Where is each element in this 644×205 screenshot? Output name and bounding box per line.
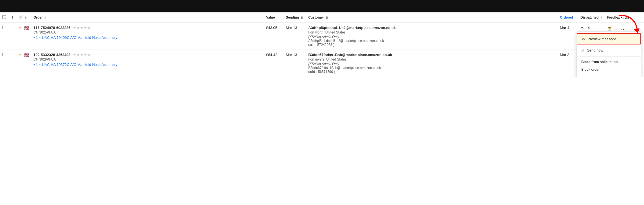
select-all-checkbox[interactable]: [2, 15, 6, 19]
preview-message-label: Preview message: [587, 37, 616, 41]
row2-value: $84.42: [264, 50, 283, 77]
row2-dots-cell: [8, 50, 17, 77]
row2-sending-text: Mar 13: [286, 53, 297, 57]
order-header-label: Order: [33, 15, 43, 19]
preview-message-item[interactable]: ✉ Preview message: [577, 33, 641, 44]
row2-icon-cell: a 🇺🇸: [17, 50, 31, 77]
dispatched-header-label: Dispatched: [580, 15, 599, 19]
block-customer-item[interactable]: Block customer: [577, 74, 641, 77]
dots-header: ⋮: [8, 12, 17, 23]
dots-icon: ⋮: [10, 15, 14, 20]
row1-item-link[interactable]: 1 × UAC HA 10409C A/C Manifold Hose Asse…: [36, 35, 117, 40]
row2-customer-soid: soid : 56571590 ): [308, 70, 555, 74]
row1-icon-cell: a 🇺🇸: [17, 23, 31, 50]
row2-value-text: $84.42: [266, 53, 277, 57]
row2-customer-location: Fort myers, United States: [308, 57, 555, 61]
row2-soid-label: soid: [308, 70, 315, 74]
row1-customer-soid: soid : 57242963 ): [308, 43, 555, 47]
table-row: a 🇺🇸 116-7524976-6033826 ★ ★ ★ ★ ★: [0, 23, 644, 50]
row2-ordered-text: Mar 3: [560, 53, 569, 57]
flag-icon: 🇺🇸: [24, 26, 29, 30]
row1-feedback-cell: ⏳ ⋯ ✉ Preview message ✈ Send now: [605, 23, 644, 50]
envelope-icon: ✉: [582, 37, 585, 41]
row2-ordered: Mar 3: [558, 50, 578, 77]
sending-sort[interactable]: ⇅: [301, 16, 303, 19]
customer-sort[interactable]: ⇅: [326, 16, 328, 19]
table-row: a 🇺🇸 102-5332328-4363403 ★ ★ ★ ★ ★: [0, 50, 644, 77]
row1-value: $43.05: [264, 23, 283, 50]
row2-checkbox[interactable]: [2, 53, 6, 56]
row1-sending-text: Mar 13: [286, 26, 297, 30]
feedback-rule-header: Feedback rule: [605, 12, 644, 23]
top-bar: [0, 0, 644, 12]
flag-icon: 🇺🇸: [24, 53, 29, 57]
row1-customer: A3dfhpi6pfsdspi1Us2@marketplace.amazon.c…: [306, 23, 558, 50]
icon-sort[interactable]: ⇅: [24, 16, 27, 19]
send-now-label: Send now: [587, 48, 603, 52]
orders-table-container: ⋮ 🛒 ⇅ Order ⇅ Value Sending ⇅: [0, 12, 644, 77]
row2-stars: ★ ★ ★ ★ ★: [73, 53, 91, 57]
feedback-rule-header-label: Feedback rule: [607, 15, 630, 19]
row1-dispatched-text: Mar 4: [580, 26, 590, 30]
select-all-checkbox-header[interactable]: [0, 12, 8, 23]
customer-header[interactable]: Customer ⇅: [306, 12, 558, 23]
row1-item[interactable]: 1 × UAC HA 10409C A/C Manifold Hose Asse…: [33, 35, 262, 40]
row1-cn: CN 3025PFCA: [33, 30, 262, 34]
table-header-row: ⋮ 🛒 ⇅ Order ⇅ Value Sending ⇅: [0, 12, 644, 23]
row1-customer-email-bold: A3dfhpi6pfsdspi1Us2@marketplace.amazon.c…: [308, 26, 555, 30]
row2-order-cell: 102-5332328-4363403 ★ ★ ★ ★ ★ CN 3028PFC…: [31, 50, 264, 77]
row2-soid-value: : 56571590 ): [316, 70, 335, 74]
dispatched-header[interactable]: Dispatched ⇅: [578, 12, 605, 23]
pending-badge: [614, 29, 617, 30]
context-dropdown-menu: ✉ Preview message ✈ Send now Block from …: [577, 31, 641, 77]
row2-customer: B3ddc67fsdss1Bsb@marketplace.amazon.co.u…: [306, 50, 558, 77]
row2-item[interactable]: 1 × UAC HA 10372C A/C Manifold Hose Asse…: [33, 63, 262, 67]
ordered-sort[interactable]: ↑: [575, 16, 576, 19]
row1-dots-cell: [8, 23, 17, 50]
row2-sending: Mar 13: [283, 50, 306, 77]
order-sort[interactable]: ⇅: [44, 16, 46, 19]
row1-value-text: $43.05: [266, 26, 277, 30]
orders-table: ⋮ 🛒 ⇅ Order ⇅ Value Sending ⇅: [0, 12, 644, 77]
value-header-label: Value: [266, 15, 275, 19]
sending-header[interactable]: Sending ⇅: [283, 12, 306, 23]
cart-icon: 🛒: [19, 15, 23, 19]
row1-ordered: Mar 4: [558, 23, 578, 50]
amazon-icon: a: [19, 53, 23, 57]
dispatched-sort[interactable]: ⇅: [600, 16, 602, 19]
block-section-label: Block from solicitation: [577, 58, 641, 65]
row1-checkbox-cell[interactable]: [0, 23, 8, 50]
row2-customer-admin: (XSellco Admin Only: [308, 62, 555, 66]
row1-customer-email-plain: A3dfhpi6pfsdspi1Us2@marketplace.amazon.c…: [308, 39, 555, 43]
customer-header-label: Customer: [308, 15, 324, 19]
row1-customer-location: Fort worth, United States: [308, 30, 555, 34]
amazon-icon: a: [19, 26, 23, 30]
block-order-label: Block order: [581, 67, 600, 72]
row2-customer-email-plain: B3ddc67fsdss1Bsb@marketplace.amazon.co.u…: [308, 66, 555, 70]
row1-order-number: 116-7524976-6033826: [33, 26, 71, 30]
order-header[interactable]: Order ⇅: [31, 12, 264, 23]
block-order-item[interactable]: Block order: [577, 65, 641, 74]
icon-header: 🛒 ⇅: [17, 12, 31, 23]
dropdown-divider: [577, 56, 641, 57]
row2-order-number: 102-5332328-4363403: [33, 53, 71, 57]
row1-ordered-text: Mar 4: [560, 26, 569, 30]
sending-header-label: Sending: [286, 15, 299, 19]
row2-cn: CN 3028PFCA: [33, 57, 262, 61]
row1-customer-admin: (XSellco Admin Only: [308, 35, 555, 39]
row2-item-link[interactable]: 1 × UAC HA 10372C A/C Manifold Hose Asse…: [36, 63, 117, 67]
ordered-header-label: Ordered: [560, 15, 573, 19]
block-customer-label: Block customer: [581, 76, 606, 77]
ordered-header[interactable]: Ordered ↑: [558, 12, 578, 23]
row1-checkbox[interactable]: [2, 26, 6, 29]
send-icon: ✈: [581, 48, 585, 52]
row1-stars: ★ ★ ★ ★ ★: [73, 26, 91, 30]
row1-sending: Mar 13: [283, 23, 306, 50]
row2-checkbox-cell[interactable]: [0, 50, 8, 77]
row2-customer-email-bold: B3ddc67fsdss1Bsb@marketplace.amazon.co.u…: [308, 53, 555, 57]
send-now-item[interactable]: ✈ Send now: [577, 45, 641, 55]
value-header: Value: [264, 12, 283, 23]
row1-order-cell: 116-7524976-6033826 ★ ★ ★ ★ ★ CN 3025PFC…: [31, 23, 264, 50]
